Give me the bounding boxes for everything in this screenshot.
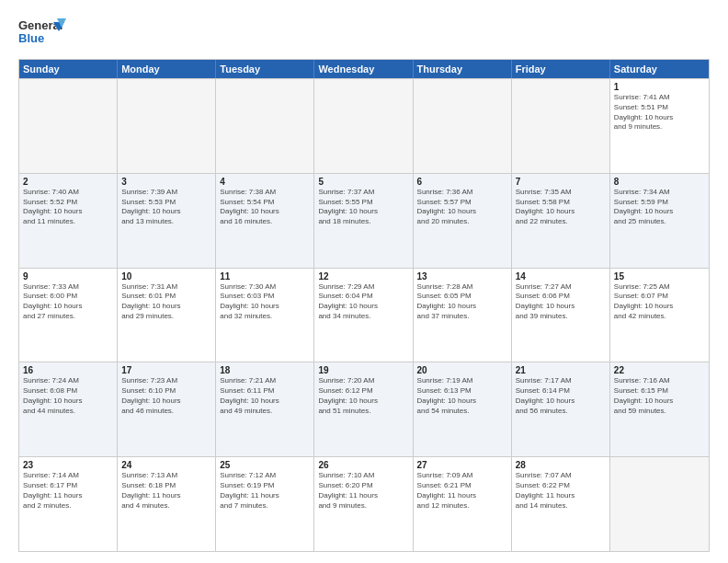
weekday-header-saturday: Saturday — [610, 60, 709, 78]
day-number: 26 — [318, 460, 408, 470]
day-info: Sunrise: 7:37 AM Sunset: 5:55 PM Dayligh… — [318, 188, 408, 227]
weekday-header-thursday: Thursday — [414, 60, 512, 78]
day-cell-16: 16Sunrise: 7:24 AM Sunset: 6:08 PM Dayli… — [19, 362, 118, 456]
day-info: Sunrise: 7:38 AM Sunset: 5:54 PM Dayligh… — [220, 188, 310, 227]
day-info: Sunrise: 7:14 AM Sunset: 6:17 PM Dayligh… — [23, 471, 113, 511]
day-number: 15 — [614, 271, 705, 282]
day-number: 16 — [23, 365, 113, 375]
day-info: Sunrise: 7:13 AM Sunset: 6:18 PM Dayligh… — [121, 471, 211, 511]
empty-cell-0-5 — [512, 79, 610, 173]
day-cell-28: 28Sunrise: 7:07 AM Sunset: 6:22 PM Dayli… — [512, 457, 610, 551]
empty-cell-0-4 — [414, 79, 512, 173]
day-number: 4 — [220, 177, 310, 187]
logo-icon: General Blue — [18, 15, 66, 48]
day-cell-18: 18Sunrise: 7:21 AM Sunset: 6:11 PM Dayli… — [216, 362, 314, 456]
day-cell-20: 20Sunrise: 7:19 AM Sunset: 6:13 PM Dayli… — [414, 362, 512, 456]
empty-cell-0-0 — [19, 79, 118, 173]
day-cell-22: 22Sunrise: 7:16 AM Sunset: 6:15 PM Dayli… — [610, 362, 709, 456]
day-cell-5: 5Sunrise: 7:37 AM Sunset: 5:55 PM Daylig… — [314, 174, 413, 268]
day-info: Sunrise: 7:34 AM Sunset: 5:59 PM Dayligh… — [614, 188, 705, 227]
day-number: 3 — [121, 177, 211, 187]
calendar-page: General Blue SundayMondayTuesdayWednesda… — [0, 0, 728, 563]
calendar-row-2: 9Sunrise: 7:33 AM Sunset: 6:00 PM Daylig… — [19, 268, 709, 362]
day-number: 23 — [23, 460, 113, 470]
day-number: 17 — [121, 365, 211, 375]
day-info: Sunrise: 7:27 AM Sunset: 6:06 PM Dayligh… — [516, 282, 606, 322]
day-info: Sunrise: 7:09 AM Sunset: 6:21 PM Dayligh… — [417, 471, 507, 511]
day-number: 2 — [23, 177, 113, 187]
svg-text:Blue: Blue — [18, 31, 44, 45]
calendar-row-0: 1Sunrise: 7:41 AM Sunset: 5:51 PM Daylig… — [19, 78, 709, 173]
day-info: Sunrise: 7:16 AM Sunset: 6:15 PM Dayligh… — [614, 376, 705, 416]
day-cell-19: 19Sunrise: 7:20 AM Sunset: 6:12 PM Dayli… — [314, 362, 413, 456]
day-cell-1: 1Sunrise: 7:41 AM Sunset: 5:51 PM Daylig… — [610, 79, 709, 173]
day-info: Sunrise: 7:23 AM Sunset: 6:10 PM Dayligh… — [121, 376, 211, 416]
weekday-header-friday: Friday — [512, 60, 610, 78]
empty-cell-0-1 — [118, 79, 216, 173]
day-cell-11: 11Sunrise: 7:30 AM Sunset: 6:03 PM Dayli… — [216, 269, 314, 362]
day-cell-21: 21Sunrise: 7:17 AM Sunset: 6:14 PM Dayli… — [512, 362, 610, 456]
day-number: 8 — [614, 177, 705, 187]
day-info: Sunrise: 7:35 AM Sunset: 5:58 PM Dayligh… — [516, 188, 606, 227]
day-info: Sunrise: 7:39 AM Sunset: 5:53 PM Dayligh… — [121, 188, 211, 227]
day-cell-23: 23Sunrise: 7:14 AM Sunset: 6:17 PM Dayli… — [19, 457, 118, 551]
weekday-header-monday: Monday — [118, 60, 216, 78]
day-cell-8: 8Sunrise: 7:34 AM Sunset: 5:59 PM Daylig… — [610, 174, 709, 268]
day-number: 24 — [121, 460, 211, 470]
day-cell-15: 15Sunrise: 7:25 AM Sunset: 6:07 PM Dayli… — [610, 269, 709, 362]
day-cell-9: 9Sunrise: 7:33 AM Sunset: 6:00 PM Daylig… — [19, 269, 118, 362]
day-cell-12: 12Sunrise: 7:29 AM Sunset: 6:04 PM Dayli… — [314, 269, 413, 362]
day-info: Sunrise: 7:29 AM Sunset: 6:04 PM Dayligh… — [318, 282, 408, 322]
day-number: 13 — [417, 271, 507, 282]
day-number: 18 — [220, 365, 310, 375]
day-info: Sunrise: 7:41 AM Sunset: 5:51 PM Dayligh… — [614, 93, 705, 132]
day-info: Sunrise: 7:17 AM Sunset: 6:14 PM Dayligh… — [516, 376, 606, 416]
calendar-row-3: 16Sunrise: 7:24 AM Sunset: 6:08 PM Dayli… — [19, 362, 709, 456]
calendar-body: 1Sunrise: 7:41 AM Sunset: 5:51 PM Daylig… — [19, 78, 709, 551]
weekday-header-sunday: Sunday — [19, 60, 118, 78]
day-info: Sunrise: 7:21 AM Sunset: 6:11 PM Dayligh… — [220, 376, 310, 416]
day-number: 5 — [318, 177, 408, 187]
day-cell-17: 17Sunrise: 7:23 AM Sunset: 6:10 PM Dayli… — [118, 362, 216, 456]
day-info: Sunrise: 7:24 AM Sunset: 6:08 PM Dayligh… — [23, 376, 113, 416]
calendar-row-4: 23Sunrise: 7:14 AM Sunset: 6:17 PM Dayli… — [19, 456, 709, 551]
day-info: Sunrise: 7:20 AM Sunset: 6:12 PM Dayligh… — [318, 376, 408, 416]
day-cell-6: 6Sunrise: 7:36 AM Sunset: 5:57 PM Daylig… — [414, 174, 512, 268]
day-info: Sunrise: 7:28 AM Sunset: 6:05 PM Dayligh… — [417, 282, 507, 322]
day-cell-25: 25Sunrise: 7:12 AM Sunset: 6:19 PM Dayli… — [216, 457, 314, 551]
day-info: Sunrise: 7:30 AM Sunset: 6:03 PM Dayligh… — [220, 282, 310, 322]
day-cell-7: 7Sunrise: 7:35 AM Sunset: 5:58 PM Daylig… — [512, 174, 610, 268]
day-number: 21 — [516, 365, 606, 375]
day-number: 11 — [220, 271, 310, 282]
day-info: Sunrise: 7:07 AM Sunset: 6:22 PM Dayligh… — [516, 471, 606, 511]
empty-cell-4-6 — [610, 457, 709, 551]
day-number: 9 — [23, 271, 113, 282]
day-cell-10: 10Sunrise: 7:31 AM Sunset: 6:01 PM Dayli… — [118, 269, 216, 362]
weekday-header-wednesday: Wednesday — [314, 60, 413, 78]
day-number: 1 — [614, 82, 705, 92]
calendar-row-1: 2Sunrise: 7:40 AM Sunset: 5:52 PM Daylig… — [19, 173, 709, 268]
page-header: General Blue — [18, 15, 710, 52]
day-number: 19 — [318, 365, 408, 375]
day-cell-27: 27Sunrise: 7:09 AM Sunset: 6:21 PM Dayli… — [414, 457, 512, 551]
calendar-header: SundayMondayTuesdayWednesdayThursdayFrid… — [19, 60, 709, 78]
day-number: 22 — [614, 365, 705, 375]
day-number: 14 — [516, 271, 606, 282]
day-cell-13: 13Sunrise: 7:28 AM Sunset: 6:05 PM Dayli… — [414, 269, 512, 362]
day-number: 27 — [417, 460, 507, 470]
empty-cell-0-2 — [216, 79, 314, 173]
day-cell-14: 14Sunrise: 7:27 AM Sunset: 6:06 PM Dayli… — [512, 269, 610, 362]
day-info: Sunrise: 7:25 AM Sunset: 6:07 PM Dayligh… — [614, 282, 705, 322]
logo: General Blue — [18, 15, 66, 52]
day-cell-26: 26Sunrise: 7:10 AM Sunset: 6:20 PM Dayli… — [314, 457, 413, 551]
day-info: Sunrise: 7:40 AM Sunset: 5:52 PM Dayligh… — [23, 188, 113, 227]
calendar: SundayMondayTuesdayWednesdayThursdayFrid… — [18, 59, 710, 552]
day-info: Sunrise: 7:33 AM Sunset: 6:00 PM Dayligh… — [23, 282, 113, 322]
day-number: 20 — [417, 365, 507, 375]
empty-cell-0-3 — [314, 79, 413, 173]
day-cell-24: 24Sunrise: 7:13 AM Sunset: 6:18 PM Dayli… — [118, 457, 216, 551]
day-cell-3: 3Sunrise: 7:39 AM Sunset: 5:53 PM Daylig… — [118, 174, 216, 268]
day-cell-2: 2Sunrise: 7:40 AM Sunset: 5:52 PM Daylig… — [19, 174, 118, 268]
day-info: Sunrise: 7:19 AM Sunset: 6:13 PM Dayligh… — [417, 376, 507, 416]
day-info: Sunrise: 7:12 AM Sunset: 6:19 PM Dayligh… — [220, 471, 310, 511]
